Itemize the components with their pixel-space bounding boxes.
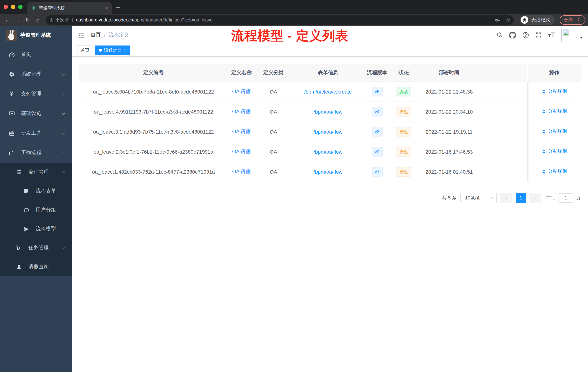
version-badge: v3 [371,127,383,136]
tag-home[interactable]: 首页 [77,45,93,55]
page-content: 定义编号 定义名称 定义分类 表单信息 流程版本 状态 部署时间 操作 oa_l [72,57,588,372]
browser-toolbar: ← → ↻ ⌂ ⚠ 不安全 | dashboard.yudao.iocoder.… [0,14,588,26]
assign-rule-link[interactable]: 分配规则 [541,88,567,95]
minimize-window-button[interactable] [11,5,15,9]
page-size-select[interactable]: 10条/页 [460,193,497,203]
security-label[interactable]: 不安全 [55,17,69,23]
col-status: 状态 [390,64,418,82]
goto-page-input[interactable] [558,193,573,203]
github-icon[interactable] [509,32,516,38]
form-link[interactable]: /bpm/oa/flow [314,149,343,154]
sidebar-item-task-management[interactable]: 任务管理 [0,238,72,257]
avatar-caret-icon[interactable]: ▾ [580,35,582,40]
form-link[interactable]: /bpm/oa/flow [314,129,343,134]
cell-deploy-time: 2022-01-22 20:34:10 [418,101,481,121]
incognito-badge: 无痕模式 [520,15,555,25]
dashboard-icon [7,52,16,58]
next-page-button[interactable]: › [529,193,541,203]
collapse-sidebar-icon[interactable] [78,32,85,38]
tab-title: 芋道管理系统 [39,5,102,11]
browser-tab[interactable]: 芋道管理系统 × [27,2,112,14]
definition-name-link[interactable]: OA 请假 [232,168,251,174]
tree-icon [15,245,23,251]
cell-form-info: /bpm/oa/flow [292,101,364,121]
breadcrumb-home[interactable]: 首页 [91,32,101,38]
sidebar-logo[interactable]: 芋道管理系统 [0,26,72,45]
forward-icon[interactable]: → [13,17,22,23]
sidebar-item-home[interactable]: 首页 [0,45,72,65]
sidebar-item-payment-management[interactable]: ¥ 支付管理 [0,84,72,104]
col-filler [481,64,527,82]
bookmark-star-icon[interactable]: ☆ [505,17,510,23]
tags-view: 首页 流程定义 × [72,44,588,57]
cell-form-info: /bpm/oa/leave/create [292,82,364,101]
col-definition-id: 定义编号 [79,64,228,82]
search-icon[interactable] [496,32,503,38]
assign-rule-link[interactable]: 分配规则 [541,108,567,115]
maximize-window-button[interactable] [18,5,22,9]
prev-page-button[interactable]: ‹ [500,193,512,203]
definition-name-link[interactable]: OA 请假 [232,128,251,134]
assign-rule-link[interactable]: 分配规则 [541,128,567,135]
cell-category: OA [255,142,292,162]
table-header-row: 定义编号 定义名称 定义分类 表单信息 流程版本 状态 部署时间 操作 [79,64,581,82]
browser-menu-icon[interactable]: ⋮ [576,17,581,23]
cell-form-info: /bpm/oa/flow [292,162,364,182]
form-link[interactable]: /bpm/oa/flow [314,169,343,175]
briefcase-icon [7,150,16,156]
tag-process-definition[interactable]: 流程定义 × [95,45,130,55]
sidebar-item-process-form[interactable]: 流程表单 [0,182,72,201]
cell-status: 挂起 [390,162,418,182]
col-actions: 操作 [527,64,581,82]
definition-table-body: oa_leave:5:004b710b-7b8a-11ec-8ef0-acde4… [79,82,581,182]
browser-window: 芋道管理系统 × + ← → ↻ ⌂ ⚠ 不安全 | dashboard.yud… [0,0,588,372]
sidebar-item-workflow[interactable]: 工作流程 [0,143,72,163]
sidebar-item-process-management[interactable]: 流程管理 [0,163,72,182]
sidebar-item-infrastructure[interactable]: 基础设施 [0,104,72,123]
definition-name-link[interactable]: OA 请假 [232,108,251,114]
address-bar[interactable]: ⚠ 不安全 | dashboard.yudao.iocoder.cn/bpm/m… [46,15,514,25]
sidebar-item-system-management[interactable]: 系统管理 [0,65,72,84]
cell-status: 挂起 [390,142,418,162]
macos-window-controls[interactable] [4,5,22,9]
incognito-label: 无痕模式 [531,17,550,23]
assign-rule-link[interactable]: 分配规则 [541,148,567,155]
password-key-icon[interactable] [494,17,500,23]
back-icon[interactable]: ← [3,17,12,23]
user-icon [541,149,546,154]
page-number-current[interactable]: 1 [516,193,526,203]
cell-filler [481,121,527,142]
definition-name-link[interactable]: OA 请假 [232,88,251,94]
form-link[interactable]: /bpm/oa/leave/create [304,89,352,94]
new-tab-button[interactable]: + [116,4,120,12]
sidebar-item-user-group[interactable]: 用户分组 [0,201,72,219]
close-window-button[interactable] [4,5,8,9]
assign-rule-link[interactable]: 分配规则 [541,168,567,175]
tag-close-icon[interactable]: × [124,47,126,53]
reload-icon[interactable]: ↻ [23,17,32,23]
font-size-icon[interactable] [548,32,556,38]
table-row: oa_leave:5:004b710b-7b8a-11ec-8ef0-acde4… [79,82,581,101]
cell-definition-id: oa_leave:5:004b710b-7b8a-11ec-8ef0-acde4… [79,82,228,101]
fullscreen-icon[interactable] [536,32,542,38]
chevron-down-icon [62,92,65,95]
tab-close-icon[interactable]: × [105,5,108,11]
cell-category: OA [255,121,292,142]
cell-form-info: /bpm/oa/flow [292,142,364,162]
cell-deploy-time: 2022-01-16 17:46:53 [418,142,481,162]
home-icon[interactable]: ⌂ [33,17,42,23]
sidebar-item-process-model[interactable]: 流程模型 [0,219,72,238]
form-link[interactable]: /bpm/oa/flow [314,109,343,114]
sidebar-item-dev-tools[interactable]: 研发工具 [0,123,72,143]
sidebar-item-leave-query[interactable]: 请假查询 [0,257,72,276]
cell-filler [481,82,527,101]
cell-actions: 分配规则 [527,101,581,121]
avatar[interactable] [562,28,576,42]
sidebar-menu: 首页 系统管理 ¥ 支付管理 [0,45,72,372]
page-unit-label: 页 [576,195,581,201]
help-icon[interactable] [522,32,529,38]
browser-update-button[interactable]: 更新 ⋮ [560,15,585,25]
cell-form-info: /bpm/oa/flow [292,121,364,142]
definition-name-link[interactable]: OA 请假 [232,148,251,154]
status-badge: 挂起 [396,147,411,156]
